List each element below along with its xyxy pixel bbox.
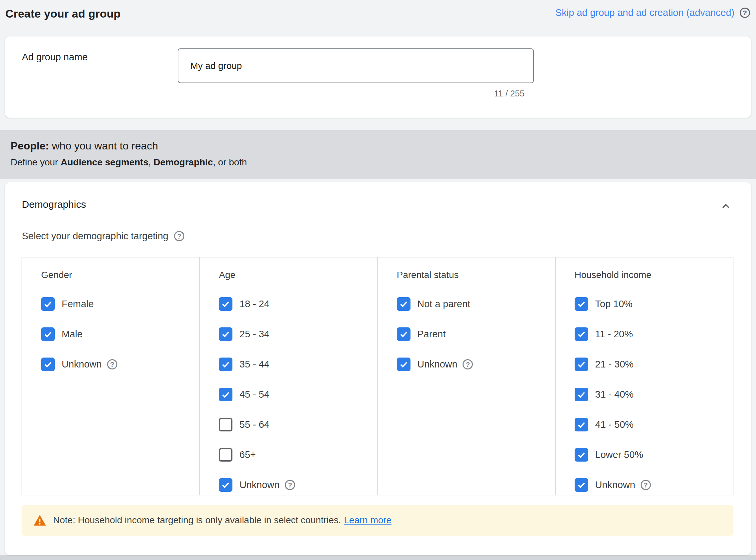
checkbox-checked[interactable] — [575, 297, 588, 311]
options-list: Not a parentParentUnknown? — [397, 297, 555, 371]
household-income-note: Note: Household income targeting is only… — [22, 505, 734, 536]
help-icon[interactable]: ? — [463, 359, 473, 369]
column-header-age: Age — [219, 258, 377, 281]
options-list: Top 10%11 - 20%21 - 30%31 - 40%41 - 50%L… — [575, 297, 733, 492]
checkbox-checked[interactable] — [41, 297, 55, 311]
checkbox-option-parental-status-unknown[interactable]: Unknown? — [397, 358, 555, 371]
checkbox-option-age-unknown[interactable]: Unknown? — [219, 478, 377, 492]
option-label: Lower 50% — [595, 448, 643, 462]
checkbox-option-age-65[interactable]: 65+ — [219, 448, 377, 462]
people-heading-rest: who you want to reach — [49, 140, 158, 152]
checkbox-unchecked[interactable] — [219, 418, 232, 432]
help-icon[interactable]: ? — [107, 359, 117, 369]
skip-ad-group-link[interactable]: Skip ad group and ad creation (advanced) — [556, 7, 734, 18]
demographic-targeting-label: Select your demographic targeting — [22, 231, 169, 242]
checkbox-option-age-35-44[interactable]: 35 - 44 — [219, 358, 377, 371]
ad-group-name-card: Ad group name 11 / 255 — [5, 37, 751, 118]
demographics-card: Demographics Select your demographic tar… — [5, 182, 751, 555]
note-text: Note: Household income targeting is only… — [53, 515, 341, 525]
demographics-title: Demographics — [22, 199, 86, 210]
checkbox-option-household-income-top-10[interactable]: Top 10% — [575, 297, 733, 311]
help-icon[interactable]: ? — [740, 7, 750, 18]
warning-icon — [33, 514, 46, 526]
column-gender: GenderFemaleMaleUnknown? — [22, 258, 199, 495]
checkbox-unchecked[interactable] — [219, 448, 232, 462]
column-header-household-income: Household income — [575, 258, 733, 281]
people-subtitle-prefix: Define your — [11, 157, 61, 167]
page-title: Create your ad group — [5, 7, 121, 20]
checkbox-option-age-18-24[interactable]: 18 - 24 — [219, 297, 377, 311]
option-label: 21 - 30% — [595, 358, 634, 371]
option-label: 11 - 20% — [595, 327, 633, 341]
checkbox-option-gender-unknown[interactable]: Unknown? — [41, 358, 199, 371]
checkbox-checked[interactable] — [575, 388, 588, 401]
checkbox-checked[interactable] — [41, 327, 55, 341]
option-label: 65+ — [239, 448, 256, 462]
people-subtitle-audience: Audience segments — [61, 157, 149, 167]
option-label: 55 - 64 — [239, 418, 269, 432]
checkbox-checked[interactable] — [397, 358, 410, 371]
checkbox-option-parental-status-not-a-parent[interactable]: Not a parent — [397, 297, 555, 311]
checkbox-option-household-income-unknown[interactable]: Unknown? — [575, 478, 733, 492]
option-label: Unknown — [595, 478, 635, 492]
char-counter: 11 / 255 — [178, 88, 534, 99]
option-label: 35 - 44 — [239, 358, 269, 371]
ad-group-name-label: Ad group name — [22, 52, 88, 63]
collapse-chevron-icon[interactable] — [719, 199, 733, 213]
checkbox-option-age-55-64[interactable]: 55 - 64 — [219, 418, 377, 432]
checkbox-checked[interactable] — [397, 327, 410, 341]
column-age: Age18 - 2425 - 3435 - 4445 - 5455 - 6465… — [199, 258, 377, 495]
option-label: Female — [62, 297, 94, 311]
people-subtitle: Define your Audience segments, Demograph… — [11, 157, 756, 168]
checkbox-option-parental-status-parent[interactable]: Parent — [397, 327, 555, 341]
page-bottom-strip — [0, 555, 756, 560]
column-household-income: Household incomeTop 10%11 - 20%21 - 30%3… — [555, 258, 733, 495]
checkbox-checked[interactable] — [575, 358, 588, 371]
checkbox-checked[interactable] — [41, 358, 55, 371]
checkbox-option-household-income-11-20[interactable]: 11 - 20% — [575, 327, 733, 341]
option-label: Unknown — [62, 358, 102, 371]
checkbox-checked[interactable] — [219, 388, 232, 401]
help-icon[interactable]: ? — [641, 480, 651, 490]
checkbox-option-household-income-21-30[interactable]: 21 - 30% — [575, 358, 733, 371]
option-label: Unknown — [239, 478, 279, 492]
checkbox-option-household-income-31-40[interactable]: 31 - 40% — [575, 388, 733, 401]
options-list: 18 - 2425 - 3435 - 4445 - 5455 - 6465+Un… — [219, 297, 377, 492]
checkbox-checked[interactable] — [219, 297, 232, 311]
option-label: Unknown — [418, 358, 458, 371]
checkbox-checked[interactable] — [575, 418, 588, 432]
help-icon[interactable]: ? — [285, 480, 295, 490]
learn-more-link[interactable]: Learn more — [344, 515, 391, 525]
checkbox-checked[interactable] — [219, 478, 232, 492]
checkbox-option-household-income-lower-50[interactable]: Lower 50% — [575, 448, 733, 462]
column-parental-status: Parental statusNot a parentParentUnknown… — [377, 258, 555, 495]
checkbox-option-age-45-54[interactable]: 45 - 54 — [219, 388, 377, 401]
option-label: Not a parent — [418, 297, 470, 311]
checkbox-option-household-income-41-50[interactable]: 41 - 50% — [575, 418, 733, 432]
people-subtitle-demographic: Demographic — [154, 157, 213, 167]
option-label: 41 - 50% — [595, 418, 634, 432]
option-label: 18 - 24 — [239, 297, 269, 311]
checkbox-checked[interactable] — [575, 448, 588, 462]
column-header-gender: Gender — [41, 258, 199, 281]
column-header-parental-status: Parental status — [397, 258, 555, 281]
ad-group-name-input[interactable] — [178, 48, 534, 83]
option-label: Parent — [418, 327, 446, 341]
checkbox-checked[interactable] — [219, 327, 232, 341]
demographics-grid: GenderFemaleMaleUnknown?Age18 - 2425 - 3… — [22, 257, 734, 495]
checkbox-checked[interactable] — [575, 327, 588, 341]
options-list: FemaleMaleUnknown? — [41, 297, 199, 371]
help-icon[interactable]: ? — [174, 231, 185, 241]
checkbox-option-age-25-34[interactable]: 25 - 34 — [219, 327, 377, 341]
checkbox-option-gender-male[interactable]: Male — [41, 327, 199, 341]
people-subtitle-sep: , — [149, 157, 154, 167]
checkbox-checked[interactable] — [575, 478, 588, 492]
demographic-targeting-subtitle: Select your demographic targeting ? — [22, 231, 185, 242]
checkbox-checked[interactable] — [219, 358, 232, 371]
skip-area: Skip ad group and ad creation (advanced)… — [556, 7, 751, 18]
option-label: Male — [62, 327, 82, 341]
checkbox-option-gender-female[interactable]: Female — [41, 297, 199, 311]
option-label: 25 - 34 — [239, 327, 269, 341]
option-label: 31 - 40% — [595, 388, 634, 401]
checkbox-checked[interactable] — [397, 297, 410, 311]
